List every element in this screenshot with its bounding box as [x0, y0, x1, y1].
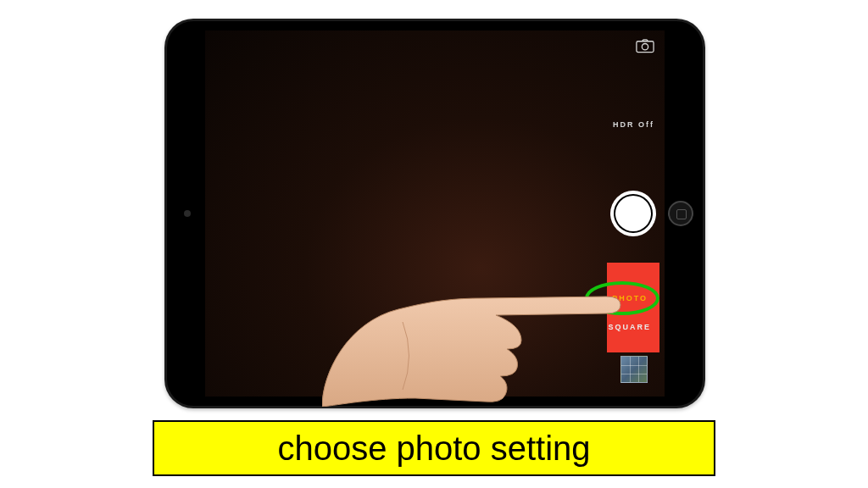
- flip-camera-icon[interactable]: [636, 39, 654, 53]
- home-button[interactable]: [668, 201, 693, 226]
- mode-square[interactable]: SQUARE: [608, 323, 651, 331]
- svg-point-1: [642, 44, 648, 50]
- front-camera-dot: [184, 210, 191, 217]
- ipad-device: HDR Off PHOTO SQUARE: [164, 19, 705, 408]
- mode-photo[interactable]: PHOTO: [612, 294, 648, 302]
- camera-screen: HDR Off PHOTO SQUARE: [205, 30, 665, 396]
- hdr-toggle[interactable]: HDR Off: [613, 120, 654, 129]
- last-photo-thumbnail[interactable]: [620, 356, 648, 383]
- shutter-button[interactable]: [614, 194, 653, 233]
- svg-rect-0: [637, 42, 654, 53]
- instruction-caption: choose photo setting: [153, 420, 715, 476]
- highlight-box: [607, 263, 659, 352]
